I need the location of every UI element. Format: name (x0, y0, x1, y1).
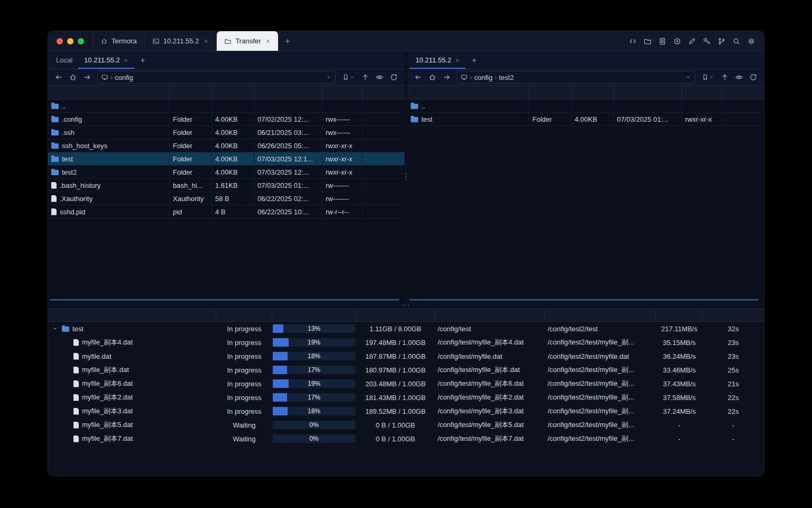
file-row[interactable]: .. (408, 99, 764, 113)
file-row[interactable]: .Xauthority Xauthority 58 B 06/22/2025 0… (48, 192, 404, 205)
close-tab-icon[interactable] (204, 39, 209, 44)
key-icon[interactable] (700, 35, 713, 48)
path-breadcrumb[interactable]: › config › test2 (457, 71, 695, 84)
source-path: /config/test/myfile_副本6.dat (435, 379, 545, 388)
progress-label: 0% (273, 421, 355, 429)
column-header[interactable] (722, 86, 764, 99)
column-header[interactable] (435, 309, 545, 321)
back-button[interactable] (52, 71, 65, 83)
forward-button[interactable] (440, 71, 453, 83)
column-header[interactable] (212, 86, 254, 99)
transfer-row[interactable]: test In progress 13% 1.11GB / 8.00GB /co… (48, 322, 764, 335)
tab-host-session[interactable]: 10.211.55.2 (145, 31, 217, 51)
pane-tab[interactable]: 10.211.55.2 (410, 51, 466, 69)
macro-record-icon[interactable] (671, 35, 684, 48)
column-header[interactable] (545, 309, 656, 321)
close-tab-icon[interactable] (455, 58, 460, 63)
expand-chevron-icon[interactable] (51, 325, 59, 332)
column-header[interactable] (363, 86, 404, 99)
column-header[interactable] (272, 309, 356, 321)
column-header[interactable] (682, 86, 722, 99)
tab-transfer[interactable]: Transfer (217, 31, 278, 51)
column-header[interactable] (571, 86, 614, 99)
folder-icon[interactable] (641, 35, 654, 48)
transfer-row[interactable]: myfile_副本6.dat In progress 19% 203.48MB … (48, 377, 764, 391)
transfer-eta: 22s (703, 394, 764, 402)
home-button[interactable] (67, 71, 79, 83)
file-row[interactable]: .. (48, 99, 404, 113)
show-hidden-files-button[interactable] (373, 71, 386, 83)
column-header[interactable] (170, 86, 212, 99)
file-row[interactable]: test2 Folder 4.00KB 07/03/2025 12:... rw… (48, 166, 404, 179)
settings-gear-icon[interactable] (745, 35, 758, 48)
transfer-row[interactable]: myfile_副本3.dat In progress 18% 189.52MB … (48, 404, 764, 418)
search-icon[interactable] (730, 35, 743, 48)
bookmark-button[interactable] (699, 71, 717, 83)
transfer-row[interactable]: myfile_副本5.dat Waiting 0% 0 B / 1.00GB /… (48, 418, 764, 432)
column-header[interactable] (356, 309, 435, 321)
left-pane-tabs: Local 10.211.55.2 (48, 51, 404, 69)
file-row[interactable]: test Folder 4.00KB 07/03/2025 01:... rwx… (408, 113, 764, 126)
column-header[interactable] (48, 86, 170, 99)
branch-icon[interactable] (715, 35, 728, 48)
pane-tab-label: 10.211.55.2 (416, 56, 451, 64)
file-row[interactable]: sshd.pid pid 4 B 06/22/2025 10:... rw-r-… (48, 205, 404, 219)
path-breadcrumb[interactable]: › config (97, 71, 336, 84)
file-row[interactable]: .bash_history bash_hi... 1.61KB 07/03/20… (48, 179, 404, 192)
column-header[interactable] (322, 86, 363, 99)
horizontal-scrollbar[interactable] (50, 299, 399, 301)
transfer-row[interactable]: myfile.dat In progress 18% 187.87MB / 1.… (48, 349, 764, 363)
column-header[interactable] (254, 86, 322, 99)
transfer-row[interactable]: myfile_副本7.dat Waiting 0% 0 B / 1.00GB /… (48, 432, 764, 446)
breadcrumb-segment[interactable]: › config (470, 74, 493, 81)
source-path: /config/test/myfile_副本3.dat (435, 406, 545, 416)
close-tab-icon[interactable] (265, 39, 271, 44)
file-row[interactable]: test Folder 4.00KB 07/03/2025 12:1... rw… (48, 152, 404, 166)
file-row[interactable]: .config Folder 4.00KB 07/02/2025 12:... … (48, 113, 404, 126)
up-directory-button[interactable] (359, 71, 372, 83)
new-pane-tab-button[interactable] (466, 51, 483, 69)
close-tab-icon[interactable] (123, 58, 128, 63)
file-row[interactable]: ssh_host_keys Folder 4.00KB 06/26/2025 0… (48, 139, 404, 152)
transfer-speed: - (656, 421, 703, 429)
transfer-row[interactable]: myfile_副本2.dat In progress 17% 181.43MB … (48, 391, 764, 404)
back-button[interactable] (412, 71, 425, 83)
file-row[interactable]: .ssh Folder 4.00KB 06/21/2025 03:... rwx… (48, 126, 404, 139)
file-modified: 07/03/2025 01:... (254, 179, 322, 192)
new-pane-tab-button[interactable] (134, 51, 151, 69)
column-header[interactable] (529, 86, 571, 99)
forward-button[interactable] (81, 71, 94, 83)
column-header[interactable] (408, 86, 529, 99)
breadcrumb-segment[interactable]: › test2 (495, 74, 514, 81)
up-directory-button[interactable] (718, 71, 731, 83)
pane-tab[interactable]: Local (50, 51, 78, 69)
transfer-row[interactable]: myfile_副本.dat In progress 17% 180.97MB /… (48, 363, 764, 377)
refresh-button[interactable] (747, 71, 760, 83)
refresh-button[interactable] (387, 71, 400, 83)
code-icon[interactable] (626, 35, 639, 48)
close-window-button[interactable] (57, 38, 63, 44)
pane-tab[interactable]: 10.211.55.2 (78, 51, 134, 69)
edit-icon[interactable] (686, 35, 698, 48)
column-header[interactable] (614, 86, 682, 99)
breadcrumb-segment[interactable]: › config (110, 74, 133, 81)
column-header[interactable] (48, 309, 216, 321)
column-header[interactable] (216, 309, 272, 321)
left-file-pane: Local 10.211.55.2 › config (48, 51, 404, 302)
new-tab-button[interactable] (278, 31, 297, 51)
column-header[interactable] (703, 309, 764, 321)
progress-bar: 0% (273, 434, 355, 443)
bookmark-button[interactable] (339, 71, 357, 83)
path-dropdown-icon[interactable] (326, 74, 332, 80)
zoom-window-button[interactable] (78, 38, 84, 44)
home-button[interactable] (426, 71, 439, 83)
log-icon[interactable] (656, 35, 669, 48)
horizontal-splitter[interactable] (48, 302, 764, 309)
minimize-window-button[interactable] (67, 38, 73, 44)
path-dropdown-icon[interactable] (685, 74, 691, 80)
tab-termora[interactable]: Termora (93, 31, 145, 51)
transfer-row[interactable]: myfile_副本4.dat In progress 19% 197.48MB … (48, 335, 764, 349)
show-hidden-files-button[interactable] (733, 71, 745, 83)
column-header[interactable] (656, 309, 703, 321)
horizontal-scrollbar[interactable] (409, 299, 759, 301)
